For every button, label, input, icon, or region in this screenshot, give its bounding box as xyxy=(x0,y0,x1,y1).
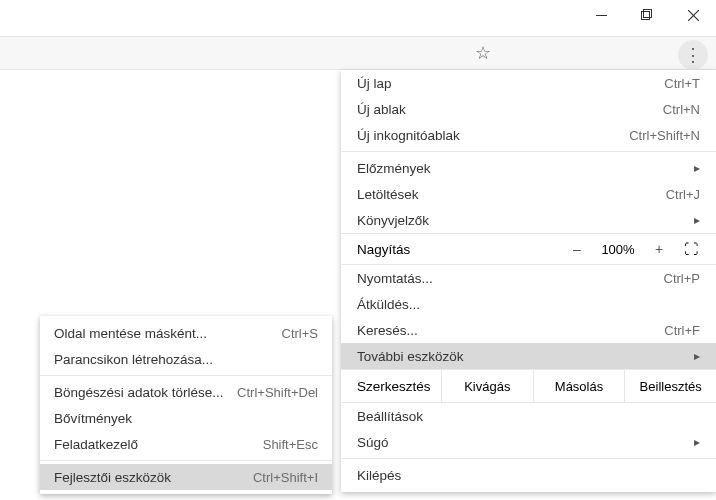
menu-label: Oldal mentése másként... xyxy=(54,326,207,341)
menu-shortcut: Ctrl+S xyxy=(282,326,318,341)
submenu-arrow-icon: ▸ xyxy=(694,349,700,363)
fullscreen-icon[interactable]: ⛶ xyxy=(676,241,706,257)
browser-toolbar: ☆ ⋮ xyxy=(0,36,716,70)
menu-new-window[interactable]: Új ablak Ctrl+N xyxy=(341,96,716,122)
menu-label: Letöltések xyxy=(357,187,419,202)
menu-label: Új lap xyxy=(357,76,392,91)
submenu-extensions[interactable]: Bővítmények xyxy=(40,405,332,431)
menu-edit-row: Szerkesztés Kivágás Másolás Beillesztés xyxy=(341,369,716,403)
menu-zoom-row: Nagyítás – 100% + ⛶ xyxy=(341,233,716,265)
menu-label: Böngészési adatok törlése... xyxy=(54,385,224,400)
menu-label: Nyomtatás... xyxy=(357,271,433,286)
menu-label: További eszközök xyxy=(357,349,464,364)
menu-find[interactable]: Keresés... Ctrl+F xyxy=(341,317,716,343)
edit-cut-button[interactable]: Kivágás xyxy=(441,370,533,402)
edit-paste-button[interactable]: Beillesztés xyxy=(624,370,716,402)
menu-exit[interactable]: Kilépés xyxy=(341,462,716,488)
menu-help[interactable]: Súgó ▸ xyxy=(341,429,716,455)
submenu-arrow-icon: ▸ xyxy=(694,213,700,227)
chrome-main-menu: Új lap Ctrl+T Új ablak Ctrl+N Új inkogni… xyxy=(341,70,716,492)
zoom-percent: 100% xyxy=(594,242,642,257)
menu-label: Új ablak xyxy=(357,102,406,117)
bookmark-star-icon[interactable]: ☆ xyxy=(475,42,491,64)
menu-label: Előzmények xyxy=(357,161,431,176)
menu-shortcut: Ctrl+P xyxy=(664,271,700,286)
window-maximize-button[interactable] xyxy=(624,0,670,30)
submenu-developer-tools[interactable]: Fejlesztői eszközök Ctrl+Shift+I xyxy=(40,464,332,490)
edit-label: Szerkesztés xyxy=(341,379,441,394)
menu-settings[interactable]: Beállítások xyxy=(341,403,716,429)
menu-label: Beállítások xyxy=(357,409,423,424)
edit-copy-button[interactable]: Másolás xyxy=(533,370,625,402)
window-close-button[interactable] xyxy=(670,0,716,30)
submenu-create-shortcut[interactable]: Parancsikon létrehozása... xyxy=(40,346,332,372)
menu-bookmarks[interactable]: Könyvjelzők ▸ xyxy=(341,207,716,233)
chrome-menu-button[interactable]: ⋮ xyxy=(678,40,708,70)
window-minimize-button[interactable] xyxy=(578,0,624,30)
menu-shortcut: Ctrl+T xyxy=(664,76,700,91)
menu-shortcut: Ctrl+Shift+Del xyxy=(237,385,318,400)
menu-print[interactable]: Nyomtatás... Ctrl+P xyxy=(341,265,716,291)
menu-label: Súgó xyxy=(357,435,389,450)
zoom-in-button[interactable]: + xyxy=(642,241,676,257)
submenu-task-manager[interactable]: Feladatkezelő Shift+Esc xyxy=(40,431,332,457)
menu-label: Kilépés xyxy=(357,468,401,483)
menu-separator xyxy=(40,375,332,376)
menu-history[interactable]: Előzmények ▸ xyxy=(341,155,716,181)
menu-shortcut: Shift+Esc xyxy=(263,437,318,452)
menu-shortcut: Ctrl+N xyxy=(663,102,700,117)
menu-label: Feladatkezelő xyxy=(54,437,138,452)
zoom-out-button[interactable]: – xyxy=(560,241,594,257)
menu-label: Parancsikon létrehozása... xyxy=(54,352,213,367)
menu-cast[interactable]: Átküldés... xyxy=(341,291,716,317)
menu-label: Keresés... xyxy=(357,323,418,338)
more-tools-submenu: Oldal mentése másként... Ctrl+S Parancsi… xyxy=(40,316,332,494)
menu-shortcut: Ctrl+F xyxy=(664,323,700,338)
submenu-clear-data[interactable]: Böngészési adatok törlése... Ctrl+Shift+… xyxy=(40,379,332,405)
menu-incognito[interactable]: Új inkognitóablak Ctrl+Shift+N xyxy=(341,122,716,148)
menu-label: Fejlesztői eszközök xyxy=(54,470,171,485)
submenu-arrow-icon: ▸ xyxy=(694,161,700,175)
menu-shortcut: Ctrl+Shift+N xyxy=(629,128,700,143)
svg-rect-2 xyxy=(644,10,652,18)
menu-shortcut: Ctrl+Shift+I xyxy=(253,470,318,485)
menu-downloads[interactable]: Letöltések Ctrl+J xyxy=(341,181,716,207)
menu-more-tools[interactable]: További eszközök ▸ xyxy=(341,343,716,369)
menu-label: Átküldés... xyxy=(357,297,420,312)
menu-label: Új inkognitóablak xyxy=(357,128,460,143)
menu-label: Könyvjelzők xyxy=(357,213,429,228)
zoom-label: Nagyítás xyxy=(357,242,560,257)
menu-separator xyxy=(341,458,716,459)
svg-rect-1 xyxy=(642,12,650,20)
submenu-arrow-icon: ▸ xyxy=(694,435,700,449)
menu-separator xyxy=(341,151,716,152)
submenu-save-page[interactable]: Oldal mentése másként... Ctrl+S xyxy=(40,320,332,346)
menu-shortcut: Ctrl+J xyxy=(666,187,700,202)
menu-label: Bővítmények xyxy=(54,411,132,426)
menu-new-tab[interactable]: Új lap Ctrl+T xyxy=(341,70,716,96)
menu-separator xyxy=(40,460,332,461)
